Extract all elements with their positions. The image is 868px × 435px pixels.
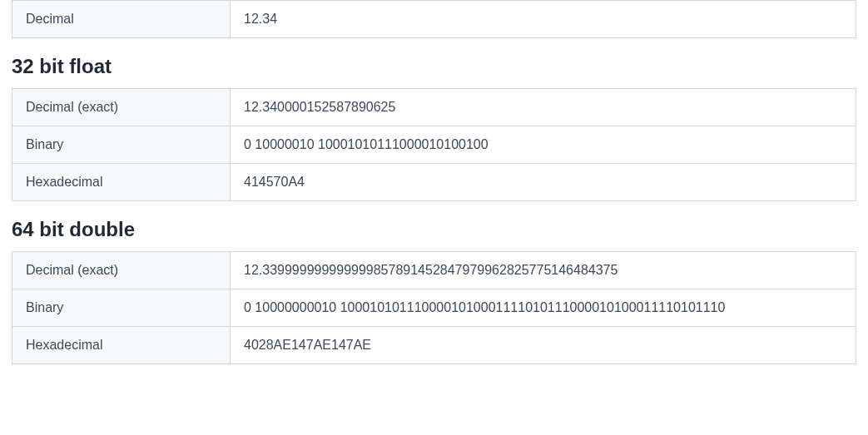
table-row: Decimal (exact) 12.340000152587890625 (12, 89, 856, 126)
float32-table: Decimal (exact) 12.340000152587890625 Bi… (12, 88, 856, 201)
table-row: Hexadecimal 4028AE147AE147AE (12, 327, 856, 364)
section-heading-float32: 32 bit float (12, 55, 856, 78)
row-label: Decimal (12, 1, 231, 38)
double64-table: Decimal (exact) 12.339999999999999857891… (12, 251, 856, 364)
row-value: 0 10000010 10001010111000010100100 (231, 126, 856, 164)
table-row: Binary 0 10000000010 1000101011100001010… (12, 289, 856, 327)
row-value: 4028AE147AE147AE (231, 327, 856, 364)
row-value: 12.34 (231, 1, 856, 38)
row-label: Decimal (exact) (12, 252, 231, 289)
row-label: Binary (12, 126, 231, 164)
row-label: Hexadecimal (12, 164, 231, 201)
table-row: Hexadecimal 414570A4 (12, 164, 856, 201)
row-value: 12.3399999999999998578914528479799628257… (231, 252, 856, 289)
table-row: Binary 0 10000010 1000101011100001010010… (12, 126, 856, 164)
section-heading-double64: 64 bit double (12, 218, 856, 241)
table-row: Decimal 12.34 (12, 1, 856, 38)
row-value: 0 10000000010 10001010111000010100011110… (231, 289, 856, 327)
input-table: Decimal 12.34 (12, 0, 856, 38)
row-value: 12.340000152587890625 (231, 89, 856, 126)
row-label: Binary (12, 289, 231, 327)
row-label: Hexadecimal (12, 327, 231, 364)
row-label: Decimal (exact) (12, 89, 231, 126)
table-row: Decimal (exact) 12.339999999999999857891… (12, 252, 856, 289)
row-value: 414570A4 (231, 164, 856, 201)
